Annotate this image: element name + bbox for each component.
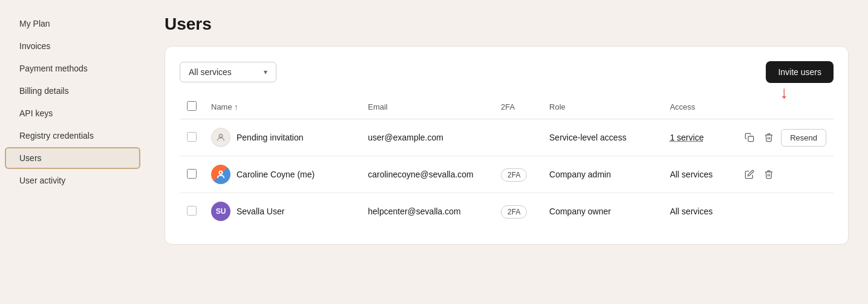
access-cell-sevalla: All services [662,193,735,230]
table-row: SU Sevalla User helpcenter@sevalla.com 2… [180,193,834,230]
table-row: Caroline Coyne (me) carolinecoyne@sevall… [180,156,834,193]
twofa-cell-sevalla: 2FA [494,193,542,230]
main-content: Users All services ▾ Invite users [145,0,868,304]
sidebar-item-payment-methods[interactable]: Payment methods [5,58,140,79]
col-header-access: Access [662,95,735,119]
sidebar-item-registry-credentials[interactable]: Registry credentials [5,125,140,147]
filter-label: All services [189,67,232,77]
row-checkbox-pending[interactable] [187,132,197,142]
email-cell-sevalla: helpcenter@sevalla.com [361,193,494,230]
users-card: All services ▾ Invite users Name ↑ [165,46,849,245]
avatar-sevalla: SU [211,202,230,221]
actions-cell-sevalla [735,193,834,230]
row-checkbox-caroline[interactable] [187,169,197,179]
role-cell-pending: Service-level access [542,119,662,156]
page-title: Users [165,15,849,34]
avatar-pending [211,128,230,147]
copy-button-pending[interactable] [742,130,757,145]
access-cell-pending: 1 service [662,119,735,156]
user-name-caroline: Caroline Coyne (me) [237,170,315,179]
twofa-cell-caroline: 2FA [494,156,542,193]
col-header-2fa: 2FA [494,95,542,119]
arrow-down-icon: ↓ [780,83,789,102]
delete-button-pending[interactable] [762,130,776,145]
chevron-down-icon: ▾ [264,68,267,76]
avatar-caroline [211,165,230,184]
svg-rect-1 [748,136,754,142]
email-cell-pending: user@example.com [361,119,494,156]
col-header-email: Email [361,95,494,119]
actions-cell-caroline [742,167,826,182]
role-cell-sevalla: Company owner [542,193,662,230]
sidebar-item-my-plan[interactable]: My Plan [5,13,140,35]
name-cell-caroline: Caroline Coyne (me) [211,165,353,184]
table-row: Pending invitation user@example.com Serv… [180,119,834,156]
svg-point-2 [219,171,222,174]
access-cell-caroline: All services [662,156,735,193]
services-filter-dropdown[interactable]: All services ▾ [180,62,276,82]
name-cell-sevalla: SU Sevalla User [211,202,353,221]
sidebar-item-invoices[interactable]: Invoices [5,35,140,57]
resend-button[interactable]: Resend [781,129,826,147]
user-name-sevalla: Sevalla User [237,207,284,216]
name-cell-pending: Pending invitation [211,128,353,147]
sidebar-item-users[interactable]: Users [5,147,140,169]
twofa-cell-pending [494,119,542,156]
sidebar-item-billing-details[interactable]: Billing details [5,80,140,102]
toolbar: All services ▾ Invite users [180,61,834,83]
actions-cell-pending: Resend [742,129,826,147]
row-checkbox-sevalla[interactable] [187,206,197,216]
col-header-name: Name ↑ [204,95,361,119]
col-header-role: Role [542,95,662,119]
sidebar-item-api-keys[interactable]: API keys [5,102,140,124]
users-table: Name ↑ Email 2FA Role Access [180,95,834,230]
role-cell-caroline: Company admin [542,156,662,193]
sidebar: My Plan Invoices Payment methods Billing… [0,0,145,304]
delete-button-caroline[interactable] [762,167,776,182]
user-name-pending: Pending invitation [237,133,304,142]
select-all-checkbox[interactable] [187,101,197,111]
sidebar-item-user-activity[interactable]: User activity [5,170,140,191]
edit-button-caroline[interactable] [742,167,757,182]
invite-users-button[interactable]: Invite users [766,61,834,83]
email-cell-caroline: carolinecoyne@sevalla.com [361,156,494,193]
svg-point-0 [219,134,222,137]
